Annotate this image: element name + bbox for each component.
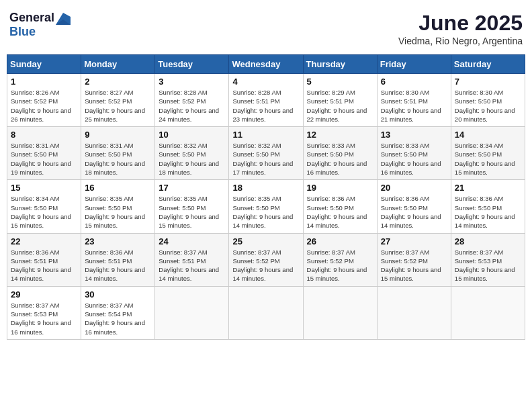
table-row: 27Sunrise: 8:37 AMSunset: 5:52 PMDayligh… bbox=[377, 233, 451, 286]
table-row: 10Sunrise: 8:32 AMSunset: 5:50 PMDayligh… bbox=[155, 127, 229, 180]
day-number: 29 bbox=[11, 289, 77, 300]
day-number: 16 bbox=[85, 183, 151, 193]
table-row: 30Sunrise: 8:37 AMSunset: 5:54 PMDayligh… bbox=[81, 286, 155, 339]
day-number: 9 bbox=[85, 130, 151, 140]
table-row bbox=[155, 286, 229, 339]
header-thursday: Thursday bbox=[303, 55, 377, 74]
day-number: 28 bbox=[455, 236, 521, 246]
day-info: Sunrise: 8:36 AMSunset: 5:50 PMDaylight:… bbox=[455, 194, 521, 230]
day-info: Sunrise: 8:36 AMSunset: 5:51 PMDaylight:… bbox=[11, 248, 77, 283]
table-row: 24Sunrise: 8:37 AMSunset: 5:51 PMDayligh… bbox=[155, 233, 229, 286]
day-info: Sunrise: 8:32 AMSunset: 5:50 PMDaylight:… bbox=[232, 141, 299, 177]
table-row: 20Sunrise: 8:36 AMSunset: 5:50 PMDayligh… bbox=[377, 180, 451, 233]
month-title: June 2025 bbox=[398, 11, 523, 36]
table-row: 13Sunrise: 8:33 AMSunset: 5:50 PMDayligh… bbox=[377, 127, 451, 180]
day-info: Sunrise: 8:37 AMSunset: 5:53 PMDaylight:… bbox=[11, 301, 77, 336]
day-number: 22 bbox=[11, 236, 77, 246]
table-row: 3Sunrise: 8:28 AMSunset: 5:52 PMDaylight… bbox=[155, 74, 229, 127]
day-info: Sunrise: 8:27 AMSunset: 5:52 PMDaylight:… bbox=[85, 88, 151, 124]
day-number: 4 bbox=[232, 77, 299, 87]
table-row bbox=[451, 286, 525, 339]
day-info: Sunrise: 8:36 AMSunset: 5:50 PMDaylight:… bbox=[381, 194, 447, 230]
calendar-week-2: 8Sunrise: 8:31 AMSunset: 5:50 PMDaylight… bbox=[7, 127, 525, 180]
day-number: 2 bbox=[85, 77, 151, 87]
calendar-week-4: 22Sunrise: 8:36 AMSunset: 5:51 PMDayligh… bbox=[7, 233, 525, 286]
day-number: 15 bbox=[11, 183, 77, 193]
table-row: 26Sunrise: 8:37 AMSunset: 5:52 PMDayligh… bbox=[303, 233, 377, 286]
table-row: 15Sunrise: 8:34 AMSunset: 5:50 PMDayligh… bbox=[7, 180, 81, 233]
logo-general-text: General bbox=[9, 11, 54, 25]
table-row: 11Sunrise: 8:32 AMSunset: 5:50 PMDayligh… bbox=[229, 127, 303, 180]
day-info: Sunrise: 8:33 AMSunset: 5:50 PMDaylight:… bbox=[381, 141, 447, 177]
day-info: Sunrise: 8:37 AMSunset: 5:52 PMDaylight:… bbox=[232, 248, 299, 283]
location-title: Viedma, Rio Negro, Argentina bbox=[398, 36, 523, 46]
table-row: 6Sunrise: 8:30 AMSunset: 5:51 PMDaylight… bbox=[377, 74, 451, 127]
table-row: 4Sunrise: 8:28 AMSunset: 5:51 PMDaylight… bbox=[229, 74, 303, 127]
day-info: Sunrise: 8:30 AMSunset: 5:50 PMDaylight:… bbox=[455, 88, 521, 124]
day-info: Sunrise: 8:34 AMSunset: 5:50 PMDaylight:… bbox=[455, 141, 521, 177]
logo-blue-text: Blue bbox=[9, 25, 36, 38]
day-info: Sunrise: 8:34 AMSunset: 5:50 PMDaylight:… bbox=[11, 194, 77, 230]
header-sunday: Sunday bbox=[7, 55, 81, 74]
day-info: Sunrise: 8:35 AMSunset: 5:50 PMDaylight:… bbox=[85, 194, 151, 230]
table-row: 18Sunrise: 8:35 AMSunset: 5:50 PMDayligh… bbox=[229, 180, 303, 233]
table-row: 19Sunrise: 8:36 AMSunset: 5:50 PMDayligh… bbox=[303, 180, 377, 233]
day-info: Sunrise: 8:33 AMSunset: 5:50 PMDaylight:… bbox=[307, 141, 373, 177]
table-row: 1Sunrise: 8:26 AMSunset: 5:52 PMDaylight… bbox=[7, 74, 81, 127]
day-info: Sunrise: 8:29 AMSunset: 5:51 PMDaylight:… bbox=[307, 88, 373, 124]
day-info: Sunrise: 8:31 AMSunset: 5:50 PMDaylight:… bbox=[85, 141, 151, 177]
calendar-table: Sunday Monday Tuesday Wednesday Thursday… bbox=[7, 54, 525, 340]
table-row: 29Sunrise: 8:37 AMSunset: 5:53 PMDayligh… bbox=[7, 286, 81, 339]
title-block: June 2025 Viedma, Rio Negro, Argentina bbox=[398, 11, 523, 46]
day-info: Sunrise: 8:37 AMSunset: 5:53 PMDaylight:… bbox=[455, 248, 521, 283]
day-info: Sunrise: 8:37 AMSunset: 5:54 PMDaylight:… bbox=[85, 301, 151, 336]
calendar-week-1: 1Sunrise: 8:26 AMSunset: 5:52 PMDaylight… bbox=[7, 74, 525, 127]
table-row: 12Sunrise: 8:33 AMSunset: 5:50 PMDayligh… bbox=[303, 127, 377, 180]
day-number: 5 bbox=[307, 77, 373, 87]
day-number: 11 bbox=[232, 130, 299, 140]
table-row: 23Sunrise: 8:36 AMSunset: 5:51 PMDayligh… bbox=[81, 233, 155, 286]
table-row: 21Sunrise: 8:36 AMSunset: 5:50 PMDayligh… bbox=[451, 180, 525, 233]
weekday-header-row: Sunday Monday Tuesday Wednesday Thursday… bbox=[7, 55, 525, 74]
table-row bbox=[229, 286, 303, 339]
day-number: 23 bbox=[85, 236, 151, 246]
day-info: Sunrise: 8:32 AMSunset: 5:50 PMDaylight:… bbox=[159, 141, 225, 177]
day-info: Sunrise: 8:35 AMSunset: 5:50 PMDaylight:… bbox=[232, 194, 299, 230]
logo-icon bbox=[56, 13, 71, 25]
day-number: 8 bbox=[11, 130, 77, 140]
table-row bbox=[377, 286, 451, 339]
day-info: Sunrise: 8:28 AMSunset: 5:51 PMDaylight:… bbox=[232, 88, 299, 124]
day-info: Sunrise: 8:36 AMSunset: 5:50 PMDaylight:… bbox=[307, 194, 373, 230]
table-row: 9Sunrise: 8:31 AMSunset: 5:50 PMDaylight… bbox=[81, 127, 155, 180]
day-number: 1 bbox=[11, 77, 77, 87]
table-row: 14Sunrise: 8:34 AMSunset: 5:50 PMDayligh… bbox=[451, 127, 525, 180]
day-number: 30 bbox=[85, 289, 151, 300]
day-number: 25 bbox=[232, 236, 299, 246]
day-number: 24 bbox=[159, 236, 225, 246]
table-row: 2Sunrise: 8:27 AMSunset: 5:52 PMDaylight… bbox=[81, 74, 155, 127]
day-number: 19 bbox=[307, 183, 373, 193]
day-info: Sunrise: 8:31 AMSunset: 5:50 PMDaylight:… bbox=[11, 141, 77, 177]
table-row: 8Sunrise: 8:31 AMSunset: 5:50 PMDaylight… bbox=[7, 127, 81, 180]
table-row bbox=[303, 286, 377, 339]
table-row: 28Sunrise: 8:37 AMSunset: 5:53 PMDayligh… bbox=[451, 233, 525, 286]
day-number: 18 bbox=[232, 183, 299, 193]
day-info: Sunrise: 8:37 AMSunset: 5:51 PMDaylight:… bbox=[159, 248, 225, 283]
table-row: 16Sunrise: 8:35 AMSunset: 5:50 PMDayligh… bbox=[81, 180, 155, 233]
day-number: 3 bbox=[159, 77, 225, 87]
table-row: 7Sunrise: 8:30 AMSunset: 5:50 PMDaylight… bbox=[451, 74, 525, 127]
table-row: 25Sunrise: 8:37 AMSunset: 5:52 PMDayligh… bbox=[229, 233, 303, 286]
header-wednesday: Wednesday bbox=[229, 55, 303, 74]
day-number: 7 bbox=[455, 77, 521, 87]
day-info: Sunrise: 8:35 AMSunset: 5:50 PMDaylight:… bbox=[159, 194, 225, 230]
day-info: Sunrise: 8:26 AMSunset: 5:52 PMDaylight:… bbox=[11, 88, 77, 124]
day-number: 13 bbox=[381, 130, 447, 140]
day-number: 14 bbox=[455, 130, 521, 140]
header-friday: Friday bbox=[377, 55, 451, 74]
day-number: 26 bbox=[307, 236, 373, 246]
table-row: 5Sunrise: 8:29 AMSunset: 5:51 PMDaylight… bbox=[303, 74, 377, 127]
day-info: Sunrise: 8:37 AMSunset: 5:52 PMDaylight:… bbox=[307, 248, 373, 283]
day-info: Sunrise: 8:36 AMSunset: 5:51 PMDaylight:… bbox=[85, 248, 151, 283]
day-number: 21 bbox=[455, 183, 521, 193]
day-info: Sunrise: 8:30 AMSunset: 5:51 PMDaylight:… bbox=[381, 88, 447, 124]
